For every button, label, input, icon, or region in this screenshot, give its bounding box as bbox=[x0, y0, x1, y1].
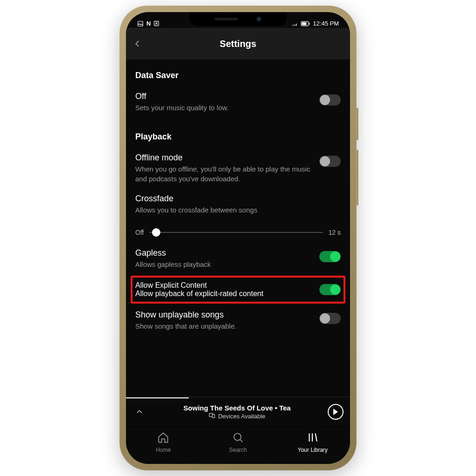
now-playing-track: Sowing The Seeds Of Love • Tea bbox=[151, 404, 323, 412]
tab-home[interactable]: Home bbox=[126, 427, 201, 457]
svg-line-12 bbox=[315, 433, 317, 441]
notch bbox=[189, 12, 287, 26]
data-saver-desc: Sets your music quality to low. bbox=[135, 103, 312, 112]
screen: N 12:45 PM Settings bbox=[126, 12, 350, 464]
page-title: Settings bbox=[126, 39, 350, 49]
tab-search-label: Search bbox=[229, 447, 247, 453]
battery-icon bbox=[301, 21, 310, 26]
devices-icon bbox=[209, 413, 215, 420]
expand-now-playing[interactable] bbox=[132, 408, 146, 416]
svg-point-8 bbox=[234, 433, 241, 440]
crossfade-thumb[interactable] bbox=[152, 228, 160, 237]
tab-bar: Home Search Your Library bbox=[126, 427, 350, 464]
unplayable-row[interactable]: Show unplayable songs Show songs that ar… bbox=[135, 306, 341, 334]
settings-content[interactable]: Data Saver Off Sets your music quality t… bbox=[126, 60, 350, 397]
tab-your-library[interactable]: Your Library bbox=[275, 427, 350, 457]
playback-progress bbox=[126, 397, 189, 398]
offline-mode-desc: When you go offline, you'll only be able… bbox=[135, 165, 312, 184]
svg-line-9 bbox=[240, 439, 242, 442]
home-icon bbox=[157, 431, 169, 445]
phone-frame: N 12:45 PM Settings bbox=[119, 6, 357, 470]
data-saver-title: Off bbox=[135, 92, 312, 101]
gapless-desc: Allows gapless playback bbox=[135, 260, 312, 269]
section-playback: Playback bbox=[135, 132, 341, 142]
play-button[interactable] bbox=[328, 404, 344, 420]
tab-home-label: Home bbox=[156, 447, 171, 453]
box-icon bbox=[153, 20, 159, 26]
image-icon bbox=[137, 20, 144, 27]
now-playing-bar[interactable]: Sowing The Seeds Of Love • Tea Devices A… bbox=[126, 397, 350, 427]
svg-marker-7 bbox=[333, 409, 338, 415]
gapless-title: Gapless bbox=[135, 248, 312, 258]
allow-explicit-row[interactable]: Allow Explicit Content Allow playback of… bbox=[131, 276, 345, 304]
allow-explicit-toggle[interactable] bbox=[319, 284, 341, 295]
svg-rect-0 bbox=[138, 21, 143, 26]
svg-rect-6 bbox=[212, 415, 215, 418]
section-data-saver: Data Saver bbox=[135, 71, 341, 80]
back-button[interactable] bbox=[126, 32, 149, 55]
tab-search[interactable]: Search bbox=[201, 427, 276, 457]
gapless-row[interactable]: Gapless Allows gapless playback bbox=[135, 245, 341, 278]
svg-rect-4 bbox=[309, 22, 310, 25]
crossfade-min-label: Off bbox=[135, 229, 144, 236]
crossfade-slider[interactable] bbox=[149, 232, 323, 233]
crossfade-desc: Allows you to crossfade between songs bbox=[135, 205, 341, 215]
data-saver-row[interactable]: Off Sets your music quality to low. bbox=[135, 88, 341, 121]
unplayable-title: Show unplayable songs bbox=[135, 310, 312, 320]
offline-mode-toggle[interactable] bbox=[319, 156, 341, 167]
status-time: 12:45 PM bbox=[313, 20, 339, 27]
crossfade-max-label: 12 s bbox=[329, 229, 341, 236]
n-icon: N bbox=[146, 20, 151, 27]
search-icon bbox=[232, 431, 244, 445]
gapless-toggle[interactable] bbox=[319, 251, 341, 262]
offline-mode-row[interactable]: Offline mode When you go offline, you'll… bbox=[135, 149, 341, 192]
crossfade-row: Crossfade Allows you to crossfade betwee… bbox=[135, 192, 341, 245]
crossfade-title: Crossfade bbox=[135, 194, 341, 204]
allow-explicit-title: Allow Explicit Content bbox=[135, 281, 264, 290]
library-icon bbox=[307, 431, 319, 445]
unplayable-desc: Show songs that are unplayable. bbox=[135, 322, 312, 331]
svg-rect-3 bbox=[302, 22, 307, 25]
devices-available-label[interactable]: Devices Available bbox=[218, 413, 265, 420]
signal-icon bbox=[291, 21, 298, 26]
tab-library-label: Your Library bbox=[298, 447, 328, 453]
settings-header: Settings bbox=[126, 28, 350, 60]
data-saver-toggle[interactable] bbox=[319, 94, 341, 106]
offline-mode-title: Offline mode bbox=[135, 153, 312, 163]
unplayable-toggle[interactable] bbox=[319, 313, 341, 324]
allow-explicit-desc: Allow playback of explicit-rated content bbox=[135, 290, 264, 298]
